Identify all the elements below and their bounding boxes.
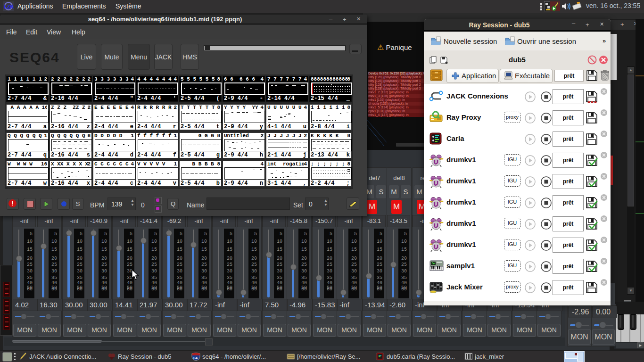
svg-text:LZK: LZK [4, 4, 14, 9]
svg-text:64: 64 [193, 356, 198, 360]
